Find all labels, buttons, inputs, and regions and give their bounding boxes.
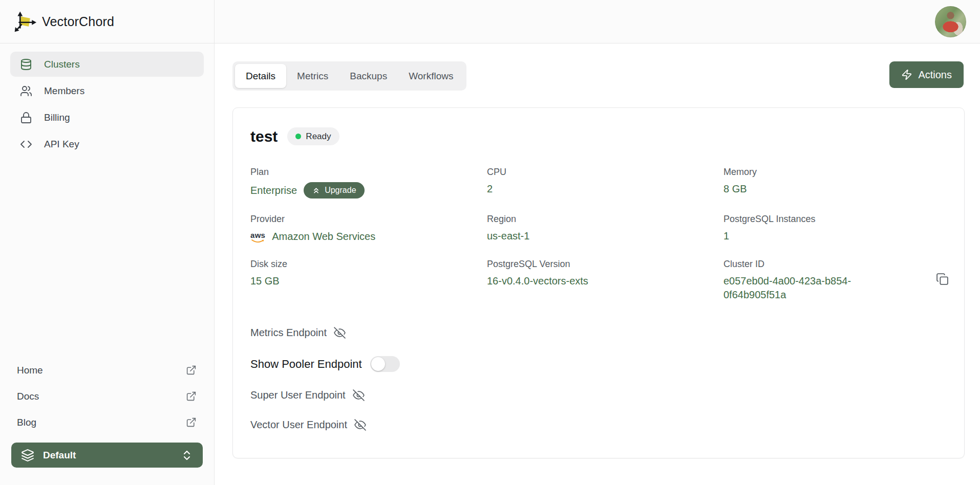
field-cpu: CPU 2: [487, 167, 723, 199]
users-icon: [20, 85, 32, 97]
field-provider: Provider aws Amazon Web Services: [250, 214, 487, 244]
field-label: Cluster ID: [723, 259, 947, 270]
sidebar-item-clusters[interactable]: Clusters: [10, 52, 204, 77]
endpoints-section: Metrics Endpoint Show Pooler Endpoint Su…: [250, 326, 947, 431]
field-disk-size: Disk size 15 GB: [250, 259, 487, 302]
tab-label: Metrics: [297, 71, 328, 82]
code-icon: [20, 138, 32, 150]
cluster-name: test: [250, 128, 278, 145]
status-label: Ready: [306, 131, 331, 142]
field-label: Disk size: [250, 259, 487, 270]
sidebar-nav: Clusters Members Billing API Key: [0, 43, 214, 157]
show-pooler-endpoint-label: Show Pooler Endpoint: [250, 358, 362, 371]
eye-off-icon[interactable]: [354, 418, 367, 431]
tab-label: Workflows: [409, 71, 453, 82]
vectorchord-logo-icon: [13, 10, 37, 33]
pooler-endpoint-row: Show Pooler Endpoint: [250, 356, 947, 372]
field-memory: Memory 8 GB: [723, 167, 947, 199]
brand-name: VectorChord: [42, 14, 114, 29]
field-label: Provider: [250, 214, 487, 225]
main-area: Details Metrics Backups Workflows Action…: [215, 0, 980, 485]
chevrons-up-down-icon: [181, 449, 193, 461]
field-label: Memory: [723, 167, 947, 178]
field-value: 1: [723, 229, 947, 243]
database-icon: [20, 58, 32, 71]
vector-user-endpoint-label: Vector User Endpoint: [250, 419, 347, 431]
external-link-icon: [186, 391, 197, 402]
sidebar-link-label: Blog: [17, 417, 36, 428]
field-label: PostgreSQL Version: [487, 259, 723, 270]
user-avatar[interactable]: [935, 6, 966, 37]
field-label: Plan: [250, 167, 487, 178]
tab-backups[interactable]: Backups: [339, 64, 398, 88]
field-cluster-id: Cluster ID e057eb0d-4a00-423a-b854-0f64b…: [723, 259, 947, 302]
org-selector-button[interactable]: Default: [11, 443, 203, 468]
sidebar-item-label: Members: [44, 85, 84, 97]
field-postgresql-instances: PostgreSQL Instances 1: [723, 214, 947, 244]
sidebar-link-home[interactable]: Home: [11, 357, 203, 383]
actions-button[interactable]: Actions: [889, 61, 964, 88]
external-link-icon: [186, 417, 197, 428]
content-header: Details Metrics Backups Workflows Action…: [232, 61, 965, 91]
field-value: 16-v0.4.0-vectors-exts: [487, 274, 723, 288]
tab-metrics[interactable]: Metrics: [286, 64, 339, 88]
topbar: [215, 0, 980, 43]
sidebar-item-label: API Key: [44, 139, 79, 150]
tab-bar: Details Metrics Backups Workflows: [232, 61, 466, 91]
field-value: 2: [487, 182, 723, 196]
super-user-endpoint-label: Super User Endpoint: [250, 389, 346, 401]
sidebar-item-members[interactable]: Members: [10, 78, 204, 103]
field-region: Region us-east-1: [487, 214, 723, 244]
chevrons-up-icon: [312, 186, 321, 195]
field-value: Enterprise: [250, 184, 297, 197]
content: Details Metrics Backups Workflows Action…: [215, 43, 980, 485]
status-dot-icon: [295, 134, 301, 139]
cluster-id-value: e057eb0d-4a00-423a-b854-0f64b905f51a: [723, 274, 877, 302]
cluster-fields-grid: Plan Enterprise Upgrade CPU 2: [250, 167, 947, 302]
aws-logo-text: aws: [250, 231, 265, 239]
sidebar-link-docs[interactable]: Docs: [11, 383, 203, 409]
cluster-title-row: test Ready: [250, 127, 947, 145]
sidebar: VectorChord Clusters Members Billing API…: [0, 0, 215, 485]
metrics-endpoint-label: Metrics Endpoint: [250, 327, 327, 339]
brand[interactable]: VectorChord: [0, 0, 214, 43]
tab-label: Details: [246, 71, 275, 82]
field-postgresql-version: PostgreSQL Version 16-v0.4.0-vectors-ext…: [487, 259, 723, 302]
pooler-endpoint-toggle[interactable]: [370, 356, 400, 372]
tab-details[interactable]: Details: [235, 64, 286, 88]
aws-logo-icon: aws: [250, 231, 265, 244]
external-link-icon: [186, 365, 197, 376]
upgrade-button-label: Upgrade: [325, 186, 356, 195]
sidebar-item-label: Billing: [44, 112, 70, 123]
metrics-endpoint-row: Metrics Endpoint: [250, 326, 947, 339]
field-value: 15 GB: [250, 274, 487, 288]
org-selector-label: Default: [43, 450, 76, 461]
tab-label: Backups: [350, 71, 387, 82]
zap-icon: [901, 69, 912, 80]
lock-icon: [20, 112, 32, 124]
vector-user-endpoint-row: Vector User Endpoint: [250, 418, 947, 431]
field-label: Region: [487, 214, 723, 225]
field-label: CPU: [487, 167, 723, 178]
actions-button-label: Actions: [918, 69, 952, 81]
field-value: Amazon Web Services: [272, 230, 375, 244]
copy-icon: [936, 273, 949, 285]
toggle-knob: [371, 357, 385, 371]
tab-workflows[interactable]: Workflows: [398, 64, 464, 88]
field-value: us-east-1: [487, 229, 723, 243]
copy-cluster-id-button[interactable]: [934, 271, 951, 288]
sidebar-link-blog[interactable]: Blog: [11, 409, 203, 435]
status-badge: Ready: [287, 127, 339, 145]
field-plan: Plan Enterprise Upgrade: [250, 167, 487, 199]
sidebar-item-billing[interactable]: Billing: [10, 105, 204, 130]
field-value: 8 GB: [723, 182, 947, 196]
sidebar-footer: Home Docs Blog Default: [0, 357, 214, 485]
sidebar-item-api-key[interactable]: API Key: [10, 131, 204, 157]
cluster-details-card: test Ready Plan Enterprise: [232, 107, 965, 458]
eye-off-icon[interactable]: [333, 326, 346, 339]
sidebar-link-label: Home: [17, 365, 43, 376]
sidebar-item-label: Clusters: [44, 59, 80, 70]
sidebar-link-label: Docs: [17, 391, 39, 402]
eye-off-icon[interactable]: [352, 389, 365, 402]
upgrade-button[interactable]: Upgrade: [304, 182, 364, 199]
